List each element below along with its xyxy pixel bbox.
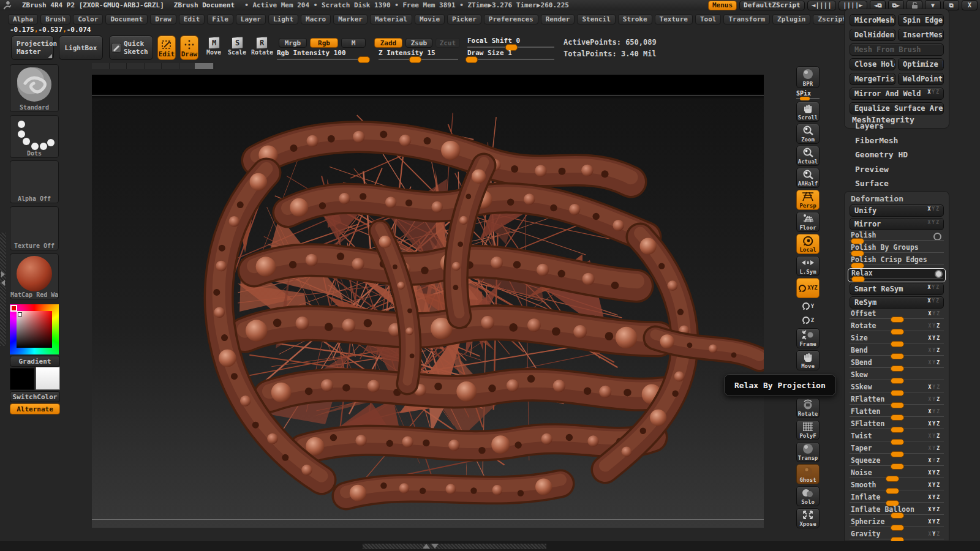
mode-mrgb-button[interactable]: Mrgb (279, 38, 307, 48)
main-color-swatch[interactable] (10, 368, 34, 390)
aahalf-button[interactable]: AAHalf (796, 168, 820, 188)
mirror-button[interactable]: MirrorXYZ (850, 218, 944, 230)
rotate-slider[interactable]: RotateXYZ (850, 322, 944, 334)
polish-crisp-edges-slider[interactable]: Polish Crisp Edges (850, 256, 944, 268)
axis-toggle[interactable]: XYZ (928, 206, 940, 212)
menu-brush[interactable]: Brush (40, 14, 70, 24)
size-slider[interactable]: SizeXYZ (850, 334, 944, 346)
menu-material[interactable]: Material (370, 14, 412, 24)
move-button[interactable]: MMove (203, 37, 224, 56)
axis-toggle[interactable]: XYZ (929, 397, 941, 402)
xyz-button[interactable]: XYZ (796, 278, 820, 298)
menu-color[interactable]: Color (73, 14, 103, 24)
actual-button[interactable]: Actual (796, 146, 820, 166)
mode-m-button[interactable]: M (341, 38, 366, 48)
sculpt-canvas[interactable] (92, 75, 764, 528)
left-tray-divider[interactable] (0, 233, 6, 346)
axis-toggle[interactable]: XYZ (929, 507, 941, 512)
quick-sketch-button[interactable]: Quick Sketch (109, 36, 153, 60)
default-zscript-button[interactable]: DefaultZScript (739, 1, 805, 10)
deformation-header[interactable]: Deformation (845, 192, 949, 204)
menu-picker[interactable]: Picker (447, 14, 481, 24)
subpalette-preview[interactable]: Preview (855, 165, 889, 174)
axis-toggle[interactable]: XYZ (929, 531, 941, 537)
subpalette-layers[interactable]: Layers (855, 121, 884, 130)
z-button[interactable]: Z (796, 314, 820, 326)
solo-button[interactable]: Solo (796, 486, 820, 506)
lightbox-button[interactable]: LightBox (59, 36, 103, 60)
smart-resym-button[interactable]: Smart ReSymXYZ (850, 283, 944, 295)
xpose-button[interactable]: Xpose (796, 508, 820, 528)
palette-alpha-off[interactable]: Alpha Off (10, 160, 59, 203)
axis-toggle[interactable]: XYZ (929, 409, 941, 414)
smooth-slider[interactable]: SmoothXYZ (850, 481, 944, 493)
axis-toggle[interactable]: XYZ (929, 458, 941, 463)
optimize-poi-button[interactable]: Optimize Poi (898, 58, 944, 70)
scroll-button[interactable]: Scroll (796, 102, 820, 122)
menu-document[interactable]: Document (105, 14, 148, 24)
squeeze-slider[interactable]: SqueezeXYZ (850, 457, 944, 468)
slider-knob[interactable] (358, 56, 370, 63)
axis-toggle[interactable]: XYZ (929, 360, 941, 365)
projection-master-button[interactable]: Projection Master (11, 36, 54, 60)
axis-toggle[interactable]: XYZ (928, 285, 940, 290)
axis-toggle[interactable]: XYZ (929, 470, 941, 476)
floor-button[interactable]: Floor (796, 212, 820, 232)
bottom-tray-divider-right[interactable] (442, 544, 546, 549)
edit-button[interactable]: Edit (157, 36, 176, 60)
slider-knob[interactable] (851, 276, 865, 282)
local-button[interactable]: Local (796, 234, 820, 254)
alternate-button[interactable]: Alternate (10, 403, 60, 414)
unify-button[interactable]: UnifyXYZ (850, 204, 944, 217)
mode-zsub-button[interactable]: Zsub (405, 38, 432, 48)
slider-knob[interactable] (466, 56, 478, 63)
menu-layer[interactable]: Layer (236, 14, 266, 24)
taper-slider[interactable]: TaperXYZ (850, 444, 944, 456)
palette-standard[interactable]: Standard (10, 64, 59, 112)
move-button[interactable]: Move (796, 350, 820, 370)
polish-slider[interactable]: Polish (850, 231, 944, 243)
switch-color-button[interactable]: SwitchColor (10, 391, 60, 402)
color-picker[interactable] (10, 304, 59, 354)
menu-texture[interactable]: Texture (655, 14, 693, 24)
rotate-button[interactable]: Rotate (796, 398, 820, 418)
menu-transform[interactable]: Transform (723, 14, 770, 24)
rflatten-slider[interactable]: RFlattenXYZ (850, 395, 944, 407)
document-scroll-thumb[interactable] (195, 63, 213, 69)
scale-button[interactable]: SScale (227, 37, 247, 56)
inflate-slider[interactable]: InflateXYZ (850, 493, 944, 505)
insertmesh-button[interactable]: InsertMesh (898, 29, 944, 41)
equalize-surface-area-button[interactable]: Equalize Surface Area (850, 102, 944, 114)
subpalette-fibermesh[interactable]: FiberMesh (855, 136, 898, 145)
polyf-button[interactable]: PolyF (796, 420, 820, 440)
transp-button[interactable]: Transp (796, 442, 820, 462)
relax-slider[interactable]: Relax (848, 268, 946, 282)
relax-toggle-icon[interactable] (935, 270, 943, 278)
sskew-slider[interactable]: SSkewXYZ (850, 383, 944, 395)
spherize-slider[interactable]: SpherizeXYZ (850, 518, 944, 530)
mergetris-button[interactable]: MergeTris (850, 73, 895, 85)
mode-zadd-button[interactable]: Zadd (374, 38, 402, 48)
menu-stencil[interactable]: Stencil (577, 14, 615, 24)
tray-scroll-left-button[interactable]: ◄|||| (807, 1, 836, 10)
menu-preferences[interactable]: Preferences (484, 14, 538, 24)
menu-file[interactable]: File (207, 14, 233, 24)
close-holes-button[interactable]: Close Holes (850, 58, 895, 70)
frame-button[interactable]: Frame (796, 328, 820, 348)
menu-alpha[interactable]: Alpha (8, 14, 38, 24)
palette-matcap-red-wa[interactable]: MatCap Red Wa (10, 253, 59, 299)
micromesh-button[interactable]: MicroMesh (850, 14, 895, 26)
menu-stroke[interactable]: Stroke (618, 14, 652, 24)
axis-toggle[interactable]: XYZ (929, 323, 941, 329)
sbend-slider[interactable]: SBendXYZ (850, 359, 944, 370)
flatten-slider[interactable]: FlattenXYZ (850, 408, 944, 419)
sflatten-slider[interactable]: SFlattenXYZ (850, 420, 944, 432)
close-button[interactable]: X (962, 0, 978, 10)
axis-toggle[interactable]: XYZ (928, 298, 940, 304)
menu-macro[interactable]: Macro (301, 14, 331, 24)
axis-toggle[interactable]: XYZ (929, 482, 941, 488)
bpr-button[interactable]: BPR (796, 66, 820, 88)
slider-rgb-intensity-100[interactable]: Rgb Intensity 100 (277, 49, 369, 60)
menu-tool[interactable]: Tool (695, 14, 722, 24)
gradient-button[interactable]: Gradient (10, 356, 60, 367)
